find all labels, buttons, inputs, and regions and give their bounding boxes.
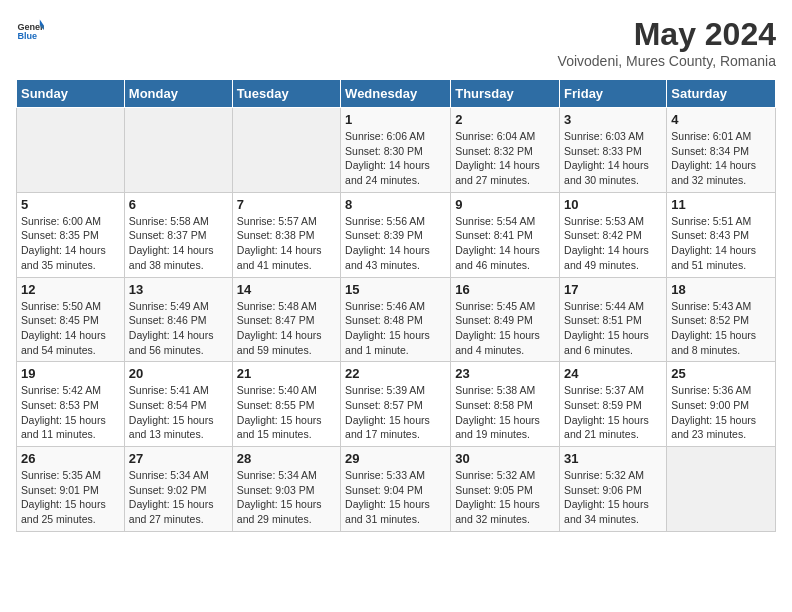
- day-number: 1: [345, 112, 446, 127]
- calendar-cell: 4Sunrise: 6:01 AM Sunset: 8:34 PM Daylig…: [667, 108, 776, 193]
- calendar-cell: [17, 108, 125, 193]
- day-number: 20: [129, 366, 228, 381]
- calendar-cell: 19Sunrise: 5:42 AM Sunset: 8:53 PM Dayli…: [17, 362, 125, 447]
- column-header-sunday: Sunday: [17, 80, 125, 108]
- calendar-cell: 13Sunrise: 5:49 AM Sunset: 8:46 PM Dayli…: [124, 277, 232, 362]
- calendar-cell: 12Sunrise: 5:50 AM Sunset: 8:45 PM Dayli…: [17, 277, 125, 362]
- day-info: Sunrise: 6:01 AM Sunset: 8:34 PM Dayligh…: [671, 129, 771, 188]
- calendar-cell: 29Sunrise: 5:33 AM Sunset: 9:04 PM Dayli…: [341, 447, 451, 532]
- day-number: 25: [671, 366, 771, 381]
- calendar-cell: 7Sunrise: 5:57 AM Sunset: 8:38 PM Daylig…: [232, 192, 340, 277]
- day-info: Sunrise: 6:00 AM Sunset: 8:35 PM Dayligh…: [21, 214, 120, 273]
- column-header-thursday: Thursday: [451, 80, 560, 108]
- day-info: Sunrise: 5:32 AM Sunset: 9:06 PM Dayligh…: [564, 468, 662, 527]
- day-number: 18: [671, 282, 771, 297]
- day-number: 11: [671, 197, 771, 212]
- calendar-cell: 30Sunrise: 5:32 AM Sunset: 9:05 PM Dayli…: [451, 447, 560, 532]
- day-number: 7: [237, 197, 336, 212]
- day-number: 12: [21, 282, 120, 297]
- day-number: 6: [129, 197, 228, 212]
- day-info: Sunrise: 5:58 AM Sunset: 8:37 PM Dayligh…: [129, 214, 228, 273]
- day-number: 3: [564, 112, 662, 127]
- day-number: 26: [21, 451, 120, 466]
- day-info: Sunrise: 6:04 AM Sunset: 8:32 PM Dayligh…: [455, 129, 555, 188]
- day-number: 4: [671, 112, 771, 127]
- day-info: Sunrise: 5:43 AM Sunset: 8:52 PM Dayligh…: [671, 299, 771, 358]
- week-row-1: 1Sunrise: 6:06 AM Sunset: 8:30 PM Daylig…: [17, 108, 776, 193]
- calendar-cell: 21Sunrise: 5:40 AM Sunset: 8:55 PM Dayli…: [232, 362, 340, 447]
- day-number: 2: [455, 112, 555, 127]
- day-info: Sunrise: 5:50 AM Sunset: 8:45 PM Dayligh…: [21, 299, 120, 358]
- day-info: Sunrise: 5:56 AM Sunset: 8:39 PM Dayligh…: [345, 214, 446, 273]
- day-info: Sunrise: 5:41 AM Sunset: 8:54 PM Dayligh…: [129, 383, 228, 442]
- calendar-cell: 26Sunrise: 5:35 AM Sunset: 9:01 PM Dayli…: [17, 447, 125, 532]
- column-header-saturday: Saturday: [667, 80, 776, 108]
- week-row-2: 5Sunrise: 6:00 AM Sunset: 8:35 PM Daylig…: [17, 192, 776, 277]
- week-row-4: 19Sunrise: 5:42 AM Sunset: 8:53 PM Dayli…: [17, 362, 776, 447]
- day-number: 10: [564, 197, 662, 212]
- day-number: 9: [455, 197, 555, 212]
- day-number: 23: [455, 366, 555, 381]
- logo-icon: General Blue: [16, 16, 44, 44]
- day-number: 17: [564, 282, 662, 297]
- page-header: General Blue May 2024 Voivodeni, Mures C…: [16, 16, 776, 69]
- day-number: 13: [129, 282, 228, 297]
- svg-text:Blue: Blue: [17, 31, 37, 41]
- day-info: Sunrise: 6:03 AM Sunset: 8:33 PM Dayligh…: [564, 129, 662, 188]
- day-info: Sunrise: 5:48 AM Sunset: 8:47 PM Dayligh…: [237, 299, 336, 358]
- calendar-cell: 22Sunrise: 5:39 AM Sunset: 8:57 PM Dayli…: [341, 362, 451, 447]
- day-number: 30: [455, 451, 555, 466]
- title-area: May 2024 Voivodeni, Mures County, Romani…: [558, 16, 776, 69]
- calendar-cell: 6Sunrise: 5:58 AM Sunset: 8:37 PM Daylig…: [124, 192, 232, 277]
- calendar-title: May 2024: [558, 16, 776, 53]
- column-header-tuesday: Tuesday: [232, 80, 340, 108]
- day-number: 5: [21, 197, 120, 212]
- calendar-cell: 10Sunrise: 5:53 AM Sunset: 8:42 PM Dayli…: [560, 192, 667, 277]
- calendar-cell: 2Sunrise: 6:04 AM Sunset: 8:32 PM Daylig…: [451, 108, 560, 193]
- calendar-cell: 27Sunrise: 5:34 AM Sunset: 9:02 PM Dayli…: [124, 447, 232, 532]
- day-number: 28: [237, 451, 336, 466]
- calendar-table: SundayMondayTuesdayWednesdayThursdayFrid…: [16, 79, 776, 532]
- calendar-cell: 28Sunrise: 5:34 AM Sunset: 9:03 PM Dayli…: [232, 447, 340, 532]
- day-number: 19: [21, 366, 120, 381]
- day-number: 22: [345, 366, 446, 381]
- calendar-cell: 25Sunrise: 5:36 AM Sunset: 9:00 PM Dayli…: [667, 362, 776, 447]
- day-number: 16: [455, 282, 555, 297]
- day-info: Sunrise: 5:51 AM Sunset: 8:43 PM Dayligh…: [671, 214, 771, 273]
- day-number: 29: [345, 451, 446, 466]
- column-header-monday: Monday: [124, 80, 232, 108]
- calendar-cell: 9Sunrise: 5:54 AM Sunset: 8:41 PM Daylig…: [451, 192, 560, 277]
- calendar-cell: 17Sunrise: 5:44 AM Sunset: 8:51 PM Dayli…: [560, 277, 667, 362]
- day-info: Sunrise: 5:45 AM Sunset: 8:49 PM Dayligh…: [455, 299, 555, 358]
- day-info: Sunrise: 5:57 AM Sunset: 8:38 PM Dayligh…: [237, 214, 336, 273]
- day-info: Sunrise: 5:37 AM Sunset: 8:59 PM Dayligh…: [564, 383, 662, 442]
- day-number: 14: [237, 282, 336, 297]
- calendar-cell: 15Sunrise: 5:46 AM Sunset: 8:48 PM Dayli…: [341, 277, 451, 362]
- day-number: 27: [129, 451, 228, 466]
- calendar-cell: 20Sunrise: 5:41 AM Sunset: 8:54 PM Dayli…: [124, 362, 232, 447]
- week-row-5: 26Sunrise: 5:35 AM Sunset: 9:01 PM Dayli…: [17, 447, 776, 532]
- calendar-cell: 1Sunrise: 6:06 AM Sunset: 8:30 PM Daylig…: [341, 108, 451, 193]
- logo: General Blue: [16, 16, 44, 44]
- day-number: 8: [345, 197, 446, 212]
- day-info: Sunrise: 5:44 AM Sunset: 8:51 PM Dayligh…: [564, 299, 662, 358]
- day-number: 15: [345, 282, 446, 297]
- week-row-3: 12Sunrise: 5:50 AM Sunset: 8:45 PM Dayli…: [17, 277, 776, 362]
- day-info: Sunrise: 5:33 AM Sunset: 9:04 PM Dayligh…: [345, 468, 446, 527]
- day-info: Sunrise: 5:34 AM Sunset: 9:03 PM Dayligh…: [237, 468, 336, 527]
- column-header-wednesday: Wednesday: [341, 80, 451, 108]
- column-header-friday: Friday: [560, 80, 667, 108]
- day-info: Sunrise: 5:35 AM Sunset: 9:01 PM Dayligh…: [21, 468, 120, 527]
- day-info: Sunrise: 5:54 AM Sunset: 8:41 PM Dayligh…: [455, 214, 555, 273]
- calendar-cell: 8Sunrise: 5:56 AM Sunset: 8:39 PM Daylig…: [341, 192, 451, 277]
- calendar-cell: [667, 447, 776, 532]
- calendar-cell: 14Sunrise: 5:48 AM Sunset: 8:47 PM Dayli…: [232, 277, 340, 362]
- calendar-cell: 11Sunrise: 5:51 AM Sunset: 8:43 PM Dayli…: [667, 192, 776, 277]
- calendar-cell: [124, 108, 232, 193]
- day-number: 21: [237, 366, 336, 381]
- day-info: Sunrise: 5:49 AM Sunset: 8:46 PM Dayligh…: [129, 299, 228, 358]
- calendar-cell: 18Sunrise: 5:43 AM Sunset: 8:52 PM Dayli…: [667, 277, 776, 362]
- day-info: Sunrise: 5:36 AM Sunset: 9:00 PM Dayligh…: [671, 383, 771, 442]
- calendar-cell: 16Sunrise: 5:45 AM Sunset: 8:49 PM Dayli…: [451, 277, 560, 362]
- day-info: Sunrise: 5:46 AM Sunset: 8:48 PM Dayligh…: [345, 299, 446, 358]
